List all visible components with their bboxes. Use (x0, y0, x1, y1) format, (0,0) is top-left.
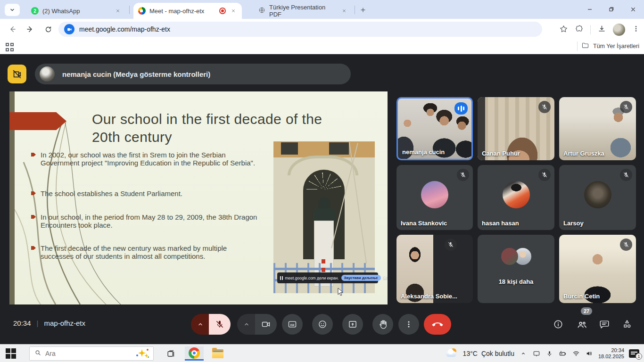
back-icon[interactable] (7, 24, 18, 35)
taskbar-clock[interactable]: 20:34 18.02.2025 (598, 347, 624, 360)
reload-icon[interactable] (42, 24, 54, 35)
more-options-button[interactable] (398, 314, 419, 335)
hidden-icons-chevron[interactable] (519, 349, 528, 358)
media-controls-icon[interactable] (8, 65, 26, 83)
apps-grid-icon[interactable] (6, 43, 14, 51)
weather-widget[interactable]: 13°C Çok bulutlu (446, 348, 514, 359)
bookmarks-divider (577, 41, 578, 51)
start-button[interactable] (6, 348, 16, 359)
search-icon (34, 349, 41, 358)
people-icon[interactable] (576, 319, 587, 330)
mic-toggle-button[interactable] (209, 314, 231, 335)
taskbar-tray: 13°C Çok bulutlu 20:34 18.02.2025 1 (446, 345, 644, 362)
tab-meet[interactable]: Meet - map-ofhz-etx (133, 3, 242, 19)
pause-icon[interactable] (280, 276, 283, 280)
close-tab-icon[interactable] (340, 7, 348, 15)
participant-tile-canan[interactable]: Canan Puhur (478, 97, 554, 160)
screen-cast-icon[interactable] (532, 349, 541, 358)
search-input[interactable] (45, 350, 132, 357)
photo-bust-shoulders (313, 208, 336, 222)
participant-tile-artur[interactable]: Artur Gruszka (559, 97, 636, 160)
stop-sharing-button[interactable]: Заустави дељење (341, 275, 381, 281)
reactions-button[interactable] (312, 314, 333, 335)
bookmark-star-icon[interactable] (559, 25, 568, 35)
battery-icon[interactable] (559, 349, 567, 358)
close-tab-icon[interactable] (114, 7, 122, 15)
tab-divider (355, 6, 355, 14)
recording-indicator-icon (219, 8, 226, 14)
file-explorer-icon[interactable] (208, 346, 227, 361)
taskbar-search[interactable] (29, 346, 154, 361)
participant-name: Aleksandra Sobie... (401, 293, 457, 300)
volume-icon[interactable] (585, 349, 594, 358)
profile-avatar[interactable] (613, 24, 625, 36)
tab-list-button[interactable] (5, 4, 20, 16)
bullet-marker-icon (31, 153, 36, 156)
participant-tile-overflow[interactable]: 18 kişi daha (478, 235, 554, 303)
bullet-marker-icon (31, 215, 36, 219)
weather-temp: 13°C (463, 350, 478, 357)
clock-date: 18.02.2025 (598, 354, 624, 360)
restore-button[interactable] (601, 0, 622, 19)
slide-bullet: The school establishes a Student Parliam… (31, 189, 257, 197)
downloads-icon[interactable] (597, 25, 606, 35)
minimize-button[interactable] (579, 0, 601, 19)
participant-name: Larsoy (563, 220, 584, 227)
participant-tile-hasan[interactable]: hasan hasan (478, 165, 554, 230)
captions-button[interactable] (282, 314, 303, 335)
windows-taskbar: 13°C Çok bulutlu 20:34 18.02.2025 1 (0, 344, 644, 362)
participant-tile-aleksandra[interactable]: Aleksandra Sobie... (396, 235, 473, 303)
url-text: meet.google.com/map-ofhz-etx (79, 25, 170, 33)
tab-whatsapp[interactable]: 2 (2) WhatsApp (26, 3, 126, 19)
camera-in-use-icon[interactable] (64, 24, 74, 34)
participant-name: Ivana Stankovic (401, 220, 447, 227)
avatar (503, 181, 530, 208)
meeting-details-icon[interactable] (553, 319, 564, 330)
notification-center-icon[interactable]: 1 (629, 349, 639, 358)
participant-name: nemanja cucin (402, 148, 445, 156)
microphone-tray-icon[interactable] (545, 349, 554, 358)
speaking-indicator-icon (454, 102, 468, 115)
chrome-taskbar-icon[interactable] (185, 346, 204, 361)
extensions-icon[interactable] (575, 25, 584, 35)
window-controls (579, 0, 644, 19)
avatar (421, 181, 448, 208)
new-tab-button[interactable] (357, 4, 369, 16)
task-view-icon[interactable] (161, 346, 180, 361)
participant-tile-ivana[interactable]: Ivana Stankovic (396, 165, 473, 230)
all-bookmarks[interactable]: Tüm Yer İşaretleri (577, 41, 639, 51)
presenter-avatar (40, 66, 55, 82)
divider: | (37, 319, 39, 327)
mic-off-icon (620, 169, 632, 181)
activities-icon[interactable] (621, 319, 633, 330)
mic-off-icon (445, 239, 457, 251)
participant-tile-larsoy[interactable]: Larsoy (559, 165, 636, 230)
meet-favicon (138, 7, 146, 15)
close-button[interactable] (622, 0, 644, 19)
hide-share-banner-link[interactable]: Сакриј (383, 276, 388, 280)
chat-icon[interactable] (599, 319, 610, 330)
end-call-button[interactable] (424, 314, 451, 335)
forward-icon[interactable] (25, 24, 36, 35)
mic-options-chevron[interactable] (191, 314, 210, 335)
photo-branch (349, 142, 367, 263)
shared-presentation: Our school in the first decade of the 20… (9, 91, 388, 304)
raise-hand-button[interactable] (372, 314, 393, 335)
participant-tile-nemanja[interactable]: nemanja cucin (396, 97, 473, 160)
avatar (501, 248, 518, 265)
browser-tab-strip: 2 (2) WhatsApp Meet - map-ofhz-etx Türki… (0, 0, 644, 19)
camera-options-chevron[interactable] (237, 314, 256, 335)
weather-condition: Çok bulutlu (481, 350, 514, 357)
menu-kebab-icon[interactable] (632, 25, 640, 35)
search-highlights-icon[interactable] (136, 348, 149, 359)
address-bar[interactable]: meet.google.com/map-ofhz-etx (58, 22, 542, 37)
tab-pdf[interactable]: Türkiye Presentation PDF (254, 3, 353, 19)
wifi-icon[interactable] (572, 349, 580, 358)
present-button[interactable] (342, 314, 363, 335)
participant-count-badge: 27 (581, 307, 592, 315)
slide-bullet: In our school, in the period from May 28… (31, 213, 257, 229)
participant-tile-burcin[interactable]: Burcin Cetin (559, 235, 636, 303)
camera-toggle-button[interactable] (255, 314, 277, 335)
mic-off-icon (620, 239, 632, 251)
close-tab-icon[interactable] (230, 7, 237, 15)
